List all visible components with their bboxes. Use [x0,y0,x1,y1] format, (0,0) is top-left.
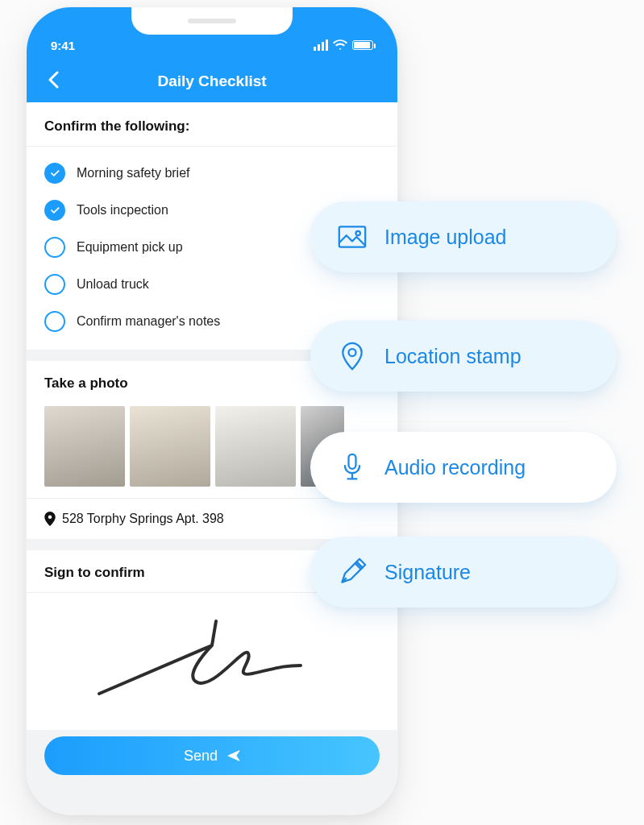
status-time: 9:41 [51,39,75,52]
svg-point-1 [356,231,360,235]
svg-point-2 [349,349,356,356]
back-button[interactable] [41,67,65,96]
feature-pill-audio-recording: Audio recording [310,432,617,503]
image-icon [338,222,367,251]
location-row: 528 Torphy Springs Apt. 398 [27,499,397,539]
checklist-label: Equipment pick up [77,240,183,255]
checklist-item[interactable]: Morning safety brief [27,155,397,192]
feature-label: Signature [384,561,471,584]
send-wrap: Send [27,730,397,775]
signature-pad[interactable] [27,593,397,730]
phone-mockup: 9:41 Daily Checklist Confirm the followi… [26,6,398,815]
checklist-label: Morning safety brief [77,166,190,180]
confirm-heading: Confirm the following: [27,102,397,147]
feature-label: Audio recording [384,456,526,479]
feature-pill-signature: Signature [310,537,617,607]
location-address: 528 Torphy Springs Apt. 398 [62,512,224,526]
microphone-icon [338,453,367,482]
checkbox-icon[interactable] [44,274,65,295]
battery-icon [352,40,373,50]
checklist-label: Unload truck [77,277,149,292]
svg-rect-3 [349,454,356,469]
send-icon [227,749,240,762]
signal-icon [314,39,328,51]
checkbox-icon[interactable] [44,311,65,332]
wifi-icon [333,39,347,51]
location-pin-icon [44,512,56,526]
pen-icon [338,558,367,587]
photo-thumb[interactable] [130,406,210,487]
nav-bar: Daily Checklist [27,60,397,102]
checklist-label: Confirm manager's notes [77,314,220,329]
chevron-left-icon [48,71,59,89]
feature-label: Image upload [384,226,507,249]
photo-thumb[interactable] [44,406,125,487]
photo-thumb[interactable] [215,406,296,487]
send-label: Send [184,748,218,765]
feature-pill-location-stamp: Location stamp [310,321,617,392]
location-pin-icon [338,342,367,371]
feature-label: Location stamp [384,345,521,368]
checkbox-icon[interactable] [44,163,65,184]
page-title: Daily Checklist [157,73,266,90]
checkbox-icon[interactable] [44,200,65,221]
send-button[interactable]: Send [44,736,380,775]
signature-stroke-icon [91,613,333,710]
checklist-label: Tools incpection [77,203,168,218]
status-indicators [314,39,373,51]
phone-notch [131,7,293,35]
checkbox-icon[interactable] [44,237,65,258]
feature-pill-image-upload: Image upload [310,201,617,272]
svg-rect-0 [339,226,365,247]
